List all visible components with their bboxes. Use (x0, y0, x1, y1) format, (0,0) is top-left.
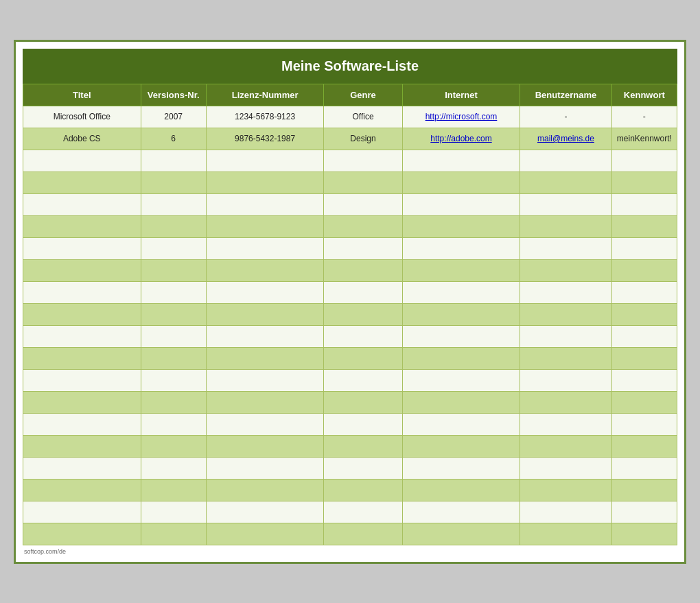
table-row (23, 435, 677, 457)
cell-benutzer (520, 281, 611, 303)
cell-titel (23, 259, 141, 281)
cell-lizenz (206, 281, 324, 303)
cell-kennwort: - (611, 106, 677, 128)
cell-internet (402, 325, 520, 347)
table-row (23, 391, 677, 413)
cell-lizenz (206, 435, 324, 457)
cell-internet (402, 479, 520, 501)
cell-genre (324, 215, 402, 237)
table-row (23, 347, 677, 369)
cell-benutzer (520, 150, 611, 172)
cell-titel (23, 215, 141, 237)
cell-version (141, 479, 206, 501)
cell-version (141, 281, 206, 303)
cell-internet (402, 523, 520, 545)
cell-titel (23, 435, 141, 457)
cell-version (141, 369, 206, 391)
cell-kennwort (611, 237, 677, 259)
col-header-kennwort: Kennwort (611, 84, 677, 106)
cell-lizenz (206, 303, 324, 325)
cell-benutzer (520, 172, 611, 193)
cell-kennwort (611, 172, 677, 193)
cell-kennwort (611, 303, 677, 325)
cell-kennwort (611, 193, 677, 215)
cell-version (141, 501, 206, 523)
cell-lizenz (206, 237, 324, 259)
cell-internet (402, 413, 520, 435)
cell-internet (402, 435, 520, 457)
cell-lizenz (206, 523, 324, 545)
cell-internet (402, 281, 520, 303)
cell-lizenz (206, 215, 324, 237)
cell-version (141, 237, 206, 259)
cell-benutzer (520, 369, 611, 391)
cell-genre (324, 193, 402, 215)
cell-genre: Office (324, 106, 402, 128)
cell-lizenz: 9876-5432-1987 (206, 128, 324, 150)
cell-internet (402, 347, 520, 369)
table-row (23, 501, 677, 523)
cell-kennwort (611, 501, 677, 523)
software-table: Titel Versions-Nr. Lizenz-Nummer Genre I… (23, 84, 677, 545)
cell-lizenz (206, 391, 324, 413)
cell-lizenz (206, 150, 324, 172)
cell-titel (23, 523, 141, 545)
cell-genre (324, 237, 402, 259)
cell-titel (23, 150, 141, 172)
cell-lizenz (206, 259, 324, 281)
cell-genre (324, 413, 402, 435)
cell-internet[interactable]: http://microsoft.com (402, 106, 520, 128)
col-header-internet: Internet (402, 84, 520, 106)
cell-internet[interactable]: http://adobe.com (402, 128, 520, 150)
cell-version: 2007 (141, 106, 206, 128)
cell-genre (324, 325, 402, 347)
cell-genre (324, 435, 402, 457)
cell-titel (23, 457, 141, 479)
cell-genre (324, 150, 402, 172)
cell-genre (324, 501, 402, 523)
cell-kennwort (611, 347, 677, 369)
cell-version: 6 (141, 128, 206, 150)
cell-kennwort (611, 150, 677, 172)
cell-lizenz (206, 457, 324, 479)
cell-genre (324, 259, 402, 281)
table-row: Adobe CS69876-5432-1987Designhttp://adob… (23, 128, 677, 150)
cell-kennwort (611, 281, 677, 303)
cell-benutzer (520, 193, 611, 215)
cell-benutzer (520, 501, 611, 523)
col-header-lizenz: Lizenz-Nummer (206, 84, 324, 106)
cell-genre (324, 303, 402, 325)
cell-version (141, 215, 206, 237)
cell-kennwort: meinKennwort! (611, 128, 677, 150)
page-title: Meine Software-Liste (23, 49, 677, 84)
cell-genre (324, 457, 402, 479)
cell-lizenz (206, 347, 324, 369)
cell-genre (324, 479, 402, 501)
cell-titel (23, 347, 141, 369)
table-row (23, 413, 677, 435)
cell-internet (402, 237, 520, 259)
cell-titel (23, 193, 141, 215)
cell-titel (23, 325, 141, 347)
cell-benutzer (520, 479, 611, 501)
cell-benutzer (520, 457, 611, 479)
cell-benutzer (520, 303, 611, 325)
cell-titel (23, 391, 141, 413)
table-row (23, 457, 677, 479)
cell-benutzer (520, 325, 611, 347)
cell-benutzer (520, 215, 611, 237)
cell-titel (23, 237, 141, 259)
col-header-genre: Genre (324, 84, 402, 106)
cell-internet (402, 391, 520, 413)
cell-genre (324, 391, 402, 413)
cell-lizenz (206, 172, 324, 193)
cell-internet (402, 193, 520, 215)
cell-kennwort (611, 413, 677, 435)
cell-kennwort (611, 391, 677, 413)
cell-internet (402, 303, 520, 325)
cell-benutzer[interactable]: mail@meins.de (520, 128, 611, 150)
cell-kennwort (611, 479, 677, 501)
table-row (23, 215, 677, 237)
table-row (23, 193, 677, 215)
cell-version (141, 435, 206, 457)
